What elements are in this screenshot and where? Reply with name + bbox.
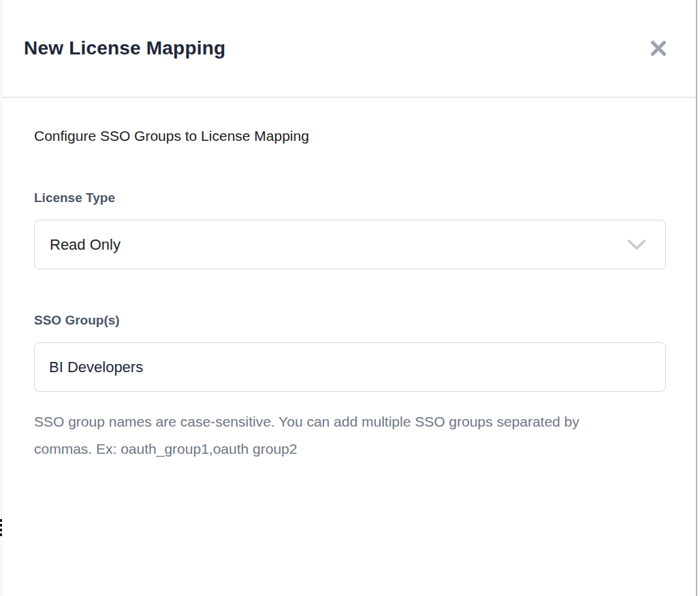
license-type-select[interactable]: Read Only <box>34 220 666 269</box>
modal-header: New License Mapping <box>3 0 696 98</box>
background-page-fragment <box>0 519 2 538</box>
close-icon <box>650 39 667 57</box>
background-page-sliver <box>0 0 2 596</box>
new-license-mapping-modal: New License Mapping Configure SSO Groups… <box>3 0 696 596</box>
license-type-label: License Type <box>34 190 668 206</box>
page-right-edge-line <box>696 0 697 596</box>
license-type-selected-value: Read Only <box>50 236 121 254</box>
sso-groups-help: SSO group names are case-sensitive. You … <box>34 408 599 463</box>
close-button[interactable] <box>648 38 669 59</box>
clipped-icon-dash <box>0 519 2 522</box>
clipped-icon-dash <box>0 524 2 527</box>
modal-subtitle: Configure SSO Groups to License Mapping <box>34 127 668 146</box>
chevron-down-icon <box>627 239 646 250</box>
sso-groups-label: SSO Group(s) <box>34 312 668 329</box>
clipped-icon-dash <box>0 529 2 531</box>
clipped-icon-dash <box>0 533 2 536</box>
modal-title: New License Mapping <box>24 37 225 59</box>
modal-body: Configure SSO Groups to License Mapping … <box>3 98 696 463</box>
sso-groups-input[interactable] <box>34 342 666 392</box>
